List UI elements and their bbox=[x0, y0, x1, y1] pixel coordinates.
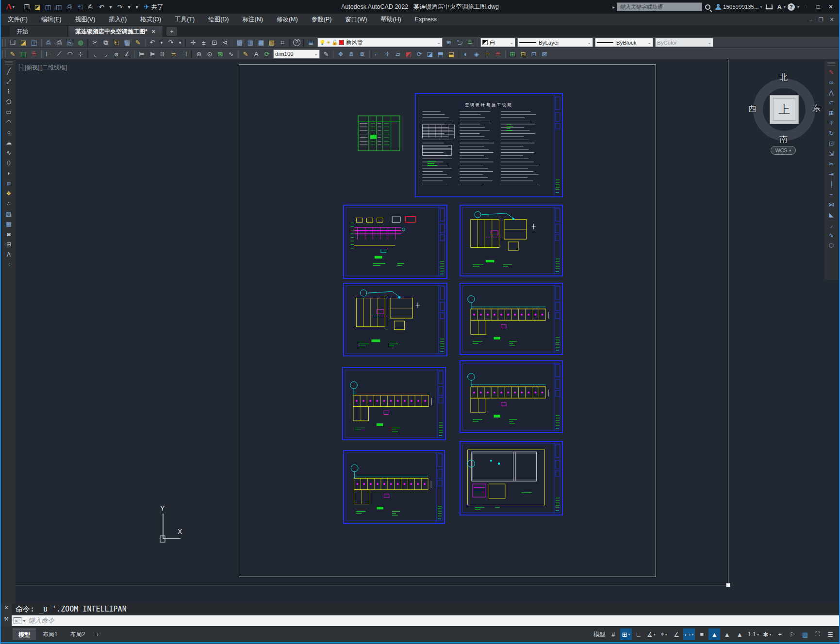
model-tab[interactable]: 模型 bbox=[13, 628, 36, 640]
menu-11[interactable]: 窗口(W) bbox=[338, 14, 374, 25]
erase-icon[interactable]: ✎ bbox=[825, 67, 837, 77]
menu-6[interactable]: 工具(T) bbox=[168, 14, 201, 25]
menu-12[interactable]: 帮助(H) bbox=[374, 14, 408, 25]
help-icon[interactable]: ? bbox=[293, 39, 300, 46]
add-points-icon[interactable]: ⁖ bbox=[3, 259, 15, 270]
dim-space-icon[interactable]: ≍ bbox=[168, 49, 179, 59]
workspace-gear-icon-dropdown[interactable]: ▾ bbox=[769, 632, 771, 637]
dim-inspect-icon[interactable]: ⊠ bbox=[215, 49, 226, 59]
compass-top-face[interactable]: 上 bbox=[770, 95, 799, 124]
ucs-move-icon[interactable]: ✛ bbox=[382, 49, 393, 59]
menu-7[interactable]: 绘图(D) bbox=[201, 14, 235, 25]
group-icon[interactable]: ⊞ bbox=[507, 49, 518, 59]
linetype-dropdown-icon[interactable]: ⌄ bbox=[585, 40, 591, 45]
menu-4[interactable]: 插入(I) bbox=[102, 14, 133, 25]
sun-icon[interactable]: ≝ bbox=[493, 49, 503, 59]
new-icon[interactable]: ❒ bbox=[7, 38, 18, 48]
ortho-icon[interactable]: ∟ bbox=[633, 628, 644, 640]
dim-update-icon[interactable]: ⟳ bbox=[262, 49, 272, 59]
add-layout-tab[interactable]: + bbox=[92, 628, 103, 640]
arc-icon[interactable]: ◠ bbox=[3, 117, 15, 127]
save-icon[interactable]: ◫ bbox=[43, 2, 53, 12]
selected-rect-bottom-edge[interactable] bbox=[16, 585, 728, 585]
mirror-icon[interactable]: ⋀ bbox=[825, 87, 837, 97]
dim-linear-icon[interactable]: ⊢ bbox=[43, 49, 54, 59]
layer-previous-icon[interactable]: ⮌ bbox=[454, 38, 465, 48]
polar-tracking-icon[interactable]: ∡▾ bbox=[645, 628, 657, 640]
print-icon[interactable]: ⎙ bbox=[85, 2, 96, 12]
selected-rect-right-edge[interactable] bbox=[728, 60, 728, 585]
layer-combo[interactable]: 💡☀🔓新风管⌄ bbox=[317, 38, 443, 47]
break-icon[interactable]: ⌁ bbox=[825, 189, 837, 199]
store-cart-icon[interactable] bbox=[765, 4, 773, 9]
etransmit-icon[interactable]: ◍ bbox=[75, 38, 86, 48]
viewport-menu[interactable]: [-] bbox=[18, 64, 24, 72]
search-icon[interactable] bbox=[705, 4, 710, 10]
calculator-icon[interactable]: ⌗ bbox=[277, 38, 288, 48]
scale-icon[interactable]: ⊡ bbox=[825, 138, 837, 148]
menu-2[interactable]: 编辑(E) bbox=[34, 14, 68, 25]
materials-icon[interactable]: ◈ bbox=[471, 49, 482, 59]
undo-icon[interactable]: ↶ bbox=[96, 2, 107, 12]
layer-properties-icon[interactable]: ≣ bbox=[306, 38, 316, 48]
new-file-icon[interactable]: ❒ bbox=[21, 2, 32, 12]
help-icon[interactable]: ? bbox=[788, 3, 795, 11]
preview-icon[interactable]: ⎙ bbox=[54, 38, 65, 48]
floor-plan-4[interactable] bbox=[342, 367, 446, 440]
ellipse-icon[interactable]: ⬯ bbox=[3, 158, 15, 168]
command-prompt-caret-icon[interactable]: ▾ bbox=[23, 619, 25, 623]
spline-icon[interactable]: ∿ bbox=[3, 147, 15, 158]
qat-more-icon[interactable]: ▾ bbox=[133, 2, 141, 12]
explode-icon[interactable]: ⬡ bbox=[825, 240, 837, 250]
render-icon[interactable]: ◐ bbox=[461, 49, 471, 59]
dynamic-ucs-icon-dropdown[interactable]: ▾ bbox=[692, 632, 693, 637]
dim-style-manager-icon[interactable]: ✎ bbox=[321, 49, 331, 59]
annotation-visibility-icon[interactable]: ▲ bbox=[708, 628, 720, 640]
array-icon[interactable]: ⊞ bbox=[825, 108, 837, 118]
point-icon[interactable]: ∴ bbox=[3, 198, 15, 209]
save-icon[interactable]: ◫ bbox=[29, 38, 39, 48]
spec-sheet[interactable]: 空调设计与施工说明 bbox=[415, 93, 563, 197]
close-button[interactable]: ✕ bbox=[824, 2, 837, 12]
table-style-icon[interactable]: ≞ bbox=[29, 49, 39, 59]
plotstyle-dropdown-icon[interactable]: ⌄ bbox=[706, 40, 711, 45]
dim-edit-icon[interactable]: ✎ bbox=[240, 49, 251, 59]
extend-icon[interactable]: ⇥ bbox=[825, 169, 837, 179]
floor-plan-1[interactable] bbox=[460, 205, 563, 276]
blend-curves-icon[interactable]: ∿ bbox=[825, 230, 837, 240]
plot-icon[interactable]: ⎙ bbox=[43, 38, 54, 48]
share-button[interactable]: ✈共享 bbox=[144, 3, 163, 11]
color-combo[interactable]: 白⌄ bbox=[480, 38, 515, 47]
redo-dropdown-icon[interactable]: ▾ bbox=[125, 2, 133, 12]
polyline-icon[interactable]: ⌇ bbox=[3, 86, 15, 97]
command-wrench-icon[interactable]: ⚒ bbox=[4, 616, 9, 622]
dim-style-edit-icon[interactable]: ▤ bbox=[18, 49, 29, 59]
account-icon[interactable] bbox=[715, 4, 721, 10]
undo-dd-icon[interactable]: ▾ bbox=[158, 38, 165, 48]
block-make-icon[interactable]: ❖ bbox=[335, 49, 346, 59]
group-edit-icon[interactable]: ⊡ bbox=[528, 49, 539, 59]
circle-icon[interactable]: ○ bbox=[3, 127, 15, 137]
line-icon[interactable]: ╱ bbox=[3, 66, 15, 76]
ucs-view-icon[interactable]: ⬓ bbox=[446, 49, 457, 59]
open-folder-icon[interactable]: ◪ bbox=[32, 2, 43, 12]
zoom-window-icon[interactable]: ⊡ bbox=[209, 38, 220, 48]
floor-plan-2[interactable] bbox=[343, 283, 447, 356]
roof-plan[interactable] bbox=[460, 441, 563, 515]
account-caret-icon[interactable]: ▾ bbox=[760, 5, 762, 9]
dimstyle-dropdown-icon[interactable]: ⌄ bbox=[312, 51, 318, 56]
floor-plan-3[interactable] bbox=[460, 283, 563, 355]
view-compass[interactable]: 北 南 西 东 上 bbox=[748, 72, 820, 144]
annotation-scale-icon[interactable]: ▲ bbox=[734, 628, 745, 640]
revision-cloud-icon[interactable]: ☁ bbox=[3, 137, 15, 147]
drawing-canvas[interactable]: [-][俯视][二维线框] YX 北 南 西 东 上 WCS ▾ 空调设计与施工… bbox=[16, 60, 840, 604]
maximize-button[interactable]: □ bbox=[812, 2, 824, 12]
zoom-previous-icon[interactable]: ⊲ bbox=[220, 38, 231, 48]
view-control[interactable]: [俯视] bbox=[25, 64, 40, 72]
save-as-icon[interactable]: ◫ bbox=[53, 2, 64, 12]
drawing-tab-close-icon[interactable]: ✕ bbox=[151, 29, 156, 35]
workspace-gear-icon[interactable]: ✱▾ bbox=[761, 628, 773, 640]
compass-south-label[interactable]: 南 bbox=[779, 134, 788, 145]
region-icon[interactable]: ◙ bbox=[3, 229, 15, 239]
ucs-icon[interactable]: ⌐ bbox=[371, 49, 382, 59]
